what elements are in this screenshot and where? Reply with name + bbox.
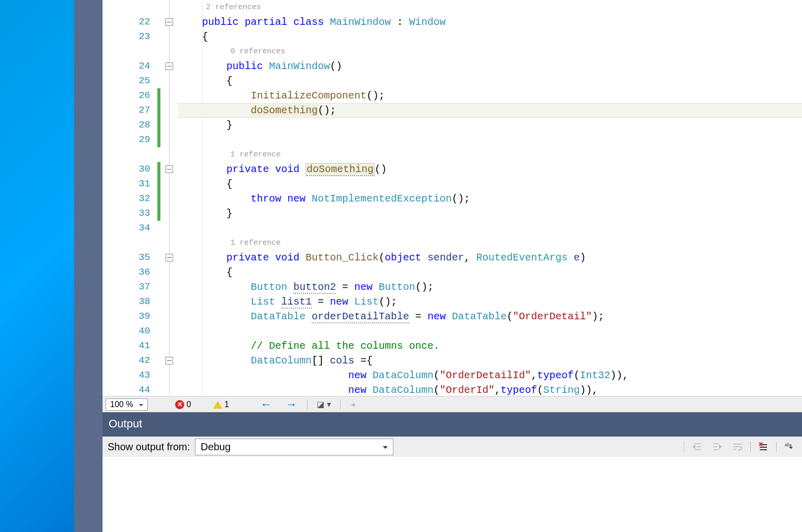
code-content[interactable]: 2 references public partial class MainWi… <box>178 0 802 395</box>
code-line[interactable]: { <box>178 74 802 88</box>
code-line[interactable]: new DataColumn("OrderDetailId",typeof(In… <box>178 368 802 383</box>
fold-column[interactable] <box>162 0 178 395</box>
fold-toggle[interactable] <box>165 62 173 70</box>
line-number: 24 <box>139 59 150 74</box>
change-indicator-column <box>157 0 162 395</box>
line-number: 26 <box>139 88 150 103</box>
codelens-reference[interactable]: 1 reference <box>230 236 281 250</box>
code-line[interactable]: } <box>178 206 802 221</box>
change-marker <box>157 162 160 177</box>
line-number: 34 <box>139 221 150 236</box>
fold-toggle[interactable] <box>165 254 173 261</box>
code-line[interactable]: DataTable orderDetailTable = new DataTab… <box>178 309 802 324</box>
clear-annotations-button[interactable]: ◪ ▾ <box>314 400 333 409</box>
code-line[interactable]: } <box>178 118 802 132</box>
line-number: 30 <box>139 162 150 177</box>
change-marker <box>157 191 160 206</box>
word-wrap-icon[interactable] <box>730 439 745 454</box>
line-number: 39 <box>139 309 150 324</box>
code-line[interactable] <box>178 324 802 339</box>
line-number: 32 <box>139 191 150 206</box>
code-line[interactable]: // Define all the columns once. <box>178 339 802 353</box>
change-marker <box>157 132 160 147</box>
line-number: 44 <box>139 383 150 397</box>
code-line[interactable]: private void Button_Click(object sender,… <box>178 250 802 265</box>
output-source-dropdown[interactable]: Debug <box>195 439 393 455</box>
toggle-wrap-icon[interactable]: ab <box>782 439 797 454</box>
warning-count[interactable]: 1 <box>213 398 229 411</box>
editor-status-bar: 100 % ✕ 0 1 ← → ◪ ▾ ◂ <box>103 396 802 412</box>
line-number: 22 <box>139 15 150 29</box>
line-number: 41 <box>139 339 150 353</box>
line-number: 28 <box>139 118 150 132</box>
code-line[interactable]: private void doSomething() <box>178 162 802 177</box>
error-icon: ✕ <box>175 400 184 409</box>
line-number: 38 <box>139 294 150 309</box>
code-line[interactable]: public partial class MainWindow : Window <box>178 15 802 29</box>
line-number: 27 <box>139 103 150 118</box>
fold-toggle[interactable] <box>165 357 173 364</box>
code-line[interactable]: { <box>178 29 802 44</box>
code-line[interactable]: throw new NotImplementedException(); <box>178 191 802 206</box>
line-number: 43 <box>139 368 150 383</box>
svg-text:ab: ab <box>785 442 790 447</box>
fold-toggle[interactable] <box>165 165 173 173</box>
line-number-gutter: 2223242526272829303132333435363738394041… <box>103 0 157 395</box>
line-number: 40 <box>139 324 150 339</box>
line-number: 31 <box>139 177 150 191</box>
code-line[interactable]: new DataColumn("OrderId",typeof(String))… <box>178 383 802 397</box>
output-panel-header[interactable]: Output <box>103 412 802 437</box>
code-line[interactable]: { <box>178 265 802 280</box>
window-chrome <box>74 0 103 532</box>
output-toolbar: Show output from: Debug ab <box>103 437 802 457</box>
change-marker <box>157 206 160 221</box>
change-marker <box>157 177 160 191</box>
warning-count-value: 1 <box>224 400 229 409</box>
indent-decrease-icon[interactable] <box>689 439 705 454</box>
line-number: 37 <box>139 280 150 294</box>
zoom-level-dropdown[interactable]: 100 % <box>106 398 148 411</box>
codelens-reference[interactable]: 0 references <box>230 44 285 59</box>
code-line[interactable]: { <box>178 177 802 191</box>
nav-back-button[interactable]: ← <box>256 398 276 411</box>
indent-increase-icon[interactable] <box>710 439 725 454</box>
codelens-reference[interactable]: 2 references <box>206 0 261 15</box>
code-line[interactable] <box>178 132 802 147</box>
code-line[interactable]: InitializeComponent(); <box>178 88 802 103</box>
code-line[interactable]: doSomething(); <box>178 103 802 118</box>
output-from-label: Show output from: <box>108 441 190 453</box>
change-marker <box>157 118 160 132</box>
clear-output-icon[interactable] <box>756 439 771 454</box>
error-count-value: 0 <box>186 400 191 409</box>
code-line[interactable]: DataColumn[] cols ={ <box>178 353 802 368</box>
line-number: 23 <box>139 29 150 44</box>
fold-toggle[interactable] <box>165 18 173 26</box>
error-count[interactable]: ✕ 0 <box>175 400 191 409</box>
scroll-left-icon[interactable]: ◂ <box>347 400 359 409</box>
code-editor[interactable]: 2223242526272829303132333435363738394041… <box>103 0 802 395</box>
line-number: 42 <box>139 353 150 368</box>
change-marker <box>157 88 160 103</box>
desktop-background <box>0 0 74 532</box>
line-number: 36 <box>139 265 150 280</box>
code-line[interactable]: public MainWindow() <box>178 59 802 74</box>
codelens-reference[interactable]: 1 reference <box>230 147 281 162</box>
line-number: 33 <box>139 206 150 221</box>
code-line[interactable]: Button button2 = new Button(); <box>178 280 802 294</box>
code-line[interactable] <box>178 221 802 236</box>
nav-forward-button[interactable]: → <box>282 398 301 411</box>
code-line[interactable]: List list1 = new List(); <box>178 294 802 309</box>
line-number: 25 <box>139 74 150 88</box>
change-marker <box>157 103 160 118</box>
warning-icon <box>213 396 222 409</box>
line-number: 29 <box>139 132 150 147</box>
line-number: 35 <box>139 250 150 265</box>
